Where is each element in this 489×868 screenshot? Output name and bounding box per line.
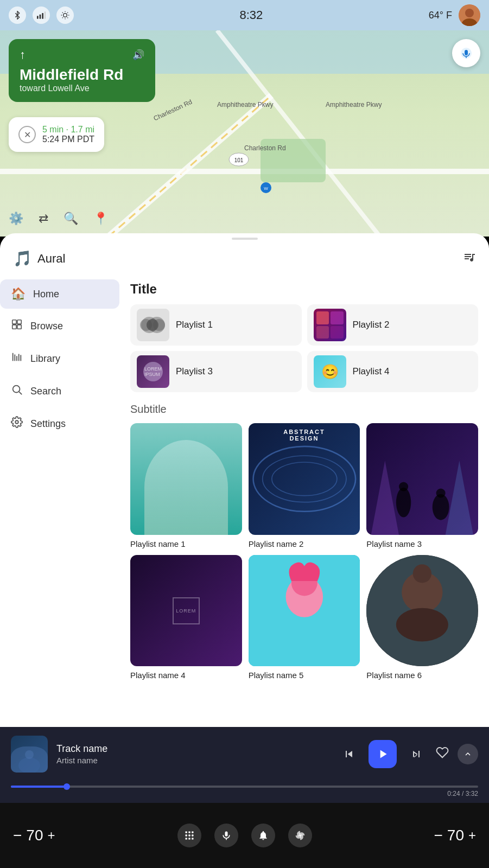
- progress-fill: [11, 786, 67, 788]
- nav-volume-icon[interactable]: 🔊: [132, 49, 144, 61]
- svg-marker-45: [446, 461, 473, 535]
- playlist-card-3[interactable]: LOREMIPSUM Playlist 3: [130, 351, 302, 392]
- sidebar-item-library[interactable]: Library: [0, 343, 119, 374]
- progress-bar[interactable]: [11, 786, 478, 788]
- svg-rect-61: [192, 832, 193, 833]
- playlist-2-name: Playlist 2: [353, 320, 390, 330]
- vol-right-plus[interactable]: +: [468, 828, 476, 843]
- sidebar-item-settings[interactable]: Settings: [0, 409, 119, 439]
- status-left: [9, 7, 74, 24]
- featured-card-6[interactable]: Playlist name 6: [366, 555, 478, 680]
- svg-point-49: [436, 488, 446, 497]
- svg-rect-3: [45, 11, 46, 18]
- svg-point-58: [25, 750, 34, 759]
- featured-thumb-3: [366, 423, 478, 535]
- music-app: 🎵 Aural 🏠 Home: [0, 233, 489, 803]
- eta-card: ✕ 5 min · 1.7 mi 5:24 PM PDT: [9, 117, 104, 152]
- status-time: 8:32: [239, 8, 263, 22]
- vol-left-minus[interactable]: −: [13, 827, 22, 844]
- svg-point-43: [272, 462, 337, 496]
- road-label-amphitheatre2: Amphitheatre Pkwy: [326, 101, 382, 108]
- eta-close-button[interactable]: ✕: [18, 126, 36, 143]
- svg-line-8: [67, 17, 68, 18]
- brightness-icon[interactable]: [56, 7, 74, 24]
- vol-right-minus[interactable]: −: [434, 827, 442, 844]
- home-icon: 🏠: [11, 287, 26, 301]
- featured-4-name: Playlist name 4: [130, 671, 242, 680]
- featured-card-5[interactable]: Playlist name 5: [249, 555, 360, 680]
- svg-line-12: [67, 12, 68, 13]
- svg-point-56: [396, 608, 448, 641]
- sidebar-label-library: Library: [30, 353, 60, 365]
- svg-point-46: [396, 487, 411, 517]
- sidebar-item-search[interactable]: Search: [0, 376, 119, 406]
- road-label-amphitheatre: Amphitheatre Pkwy: [217, 101, 273, 108]
- now-playing-bar: Track name Artist name: [0, 727, 489, 803]
- featured-thumb-1: [130, 423, 242, 535]
- svg-marker-44: [371, 461, 399, 535]
- mic-button[interactable]: [452, 39, 480, 67]
- playlist-1-name: Playlist 1: [176, 320, 213, 330]
- playlist-4-name: Playlist 4: [353, 366, 390, 377]
- fan-icon[interactable]: [288, 824, 312, 847]
- svg-text:101: 101: [234, 157, 244, 163]
- microphone-icon[interactable]: [214, 824, 238, 847]
- grid-icon[interactable]: [177, 824, 201, 847]
- svg-text:W: W: [264, 186, 268, 191]
- status-right: 64° F: [429, 4, 480, 26]
- prev-track-button[interactable]: [338, 743, 360, 765]
- svg-rect-67: [192, 838, 193, 839]
- map-search-icon[interactable]: 🔍: [63, 212, 78, 226]
- svg-point-55: [413, 564, 431, 583]
- svg-point-14: [465, 9, 474, 17]
- volume-left: − 70 +: [13, 827, 55, 844]
- volume-right: − 70 +: [434, 827, 476, 844]
- vol-left-plus[interactable]: +: [48, 828, 55, 843]
- map-pin-icon[interactable]: 📍: [93, 212, 108, 226]
- bluetooth-icon[interactable]: [9, 7, 26, 24]
- search-nav-icon: [11, 384, 23, 399]
- playlist-card-4[interactable]: 😊 Playlist 4: [307, 351, 479, 392]
- progress-separator: /: [460, 790, 466, 797]
- app-name: Aural: [37, 252, 65, 266]
- section2-subtitle: Subtitle: [130, 403, 478, 416]
- map-routes-icon[interactable]: ⇄: [39, 212, 48, 226]
- featured-6-name: Playlist name 6: [366, 671, 478, 680]
- heart-button[interactable]: [436, 746, 449, 762]
- nav-card-header: ↑ 🔊: [20, 48, 144, 62]
- progress-current: 0:24: [447, 790, 460, 797]
- main-panel: Title Playlist 1: [119, 273, 489, 803]
- bell-icon[interactable]: [251, 824, 275, 847]
- sidebar-item-browse[interactable]: Browse: [0, 311, 119, 341]
- playlist-3-name: Playlist 3: [176, 366, 213, 377]
- queue-music-icon[interactable]: [463, 251, 476, 267]
- svg-rect-0: [37, 16, 39, 18]
- svg-point-57: [18, 757, 40, 773]
- sidebar-item-home[interactable]: 🏠 Home: [0, 279, 119, 309]
- playlist-card-2[interactable]: Playlist 2: [307, 304, 479, 346]
- svg-rect-59: [185, 832, 187, 833]
- featured-thumb-2: ABSTRACTDESIGN: [249, 423, 360, 535]
- svg-rect-64: [192, 834, 193, 836]
- featured-card-2[interactable]: ABSTRACTDESIGN Playlist name 2: [249, 423, 360, 548]
- featured-card-4[interactable]: LOREM Playlist name 4: [130, 555, 242, 680]
- svg-rect-32: [17, 325, 21, 329]
- featured-card-1[interactable]: Playlist name 1: [130, 423, 242, 548]
- featured-2-name: Playlist name 2: [249, 539, 360, 548]
- sidebar-label-settings: Settings: [30, 418, 66, 430]
- map-settings-icon[interactable]: ⚙️: [9, 212, 23, 226]
- vol-left-value: 70: [26, 827, 43, 844]
- app-logo: 🎵 Aural: [13, 250, 65, 267]
- svg-point-41: [253, 446, 355, 512]
- play-pause-button[interactable]: [369, 740, 397, 768]
- expand-button[interactable]: [458, 744, 478, 764]
- browse-icon: [11, 318, 23, 334]
- playlist-card-1[interactable]: Playlist 1: [130, 304, 302, 346]
- user-avatar[interactable]: [459, 4, 480, 26]
- playlist-thumb-2: [314, 309, 346, 341]
- progress-section: 0:24 / 3:32: [0, 786, 489, 803]
- next-track-button[interactable]: [405, 743, 427, 765]
- featured-thumb-4: LOREM: [130, 555, 242, 667]
- svg-rect-60: [188, 832, 190, 833]
- featured-card-3[interactable]: Playlist name 3: [366, 423, 478, 548]
